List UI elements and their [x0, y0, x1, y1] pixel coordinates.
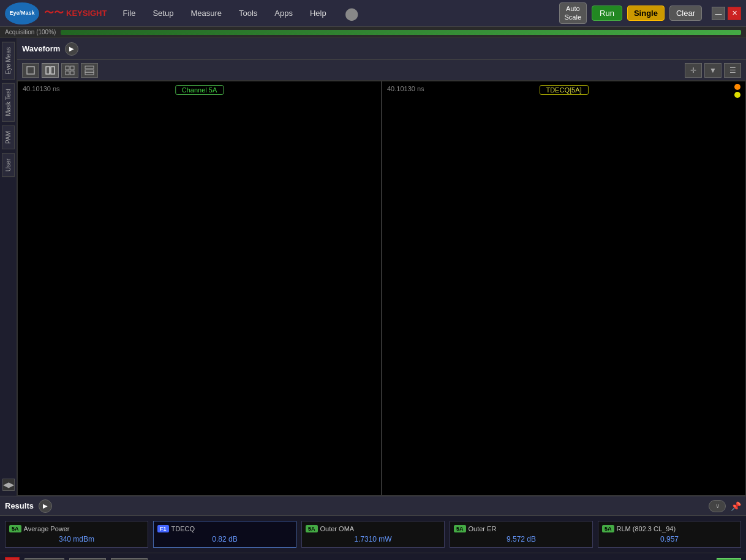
svg-rect-0 — [27, 67, 34, 74]
eye-mask-logo: Eye/Mask — [5, 2, 39, 24]
osc-indicator-right — [734, 84, 740, 98]
menu-tools[interactable]: Tools — [235, 6, 261, 20]
display-menu-btn[interactable]: ☰ — [724, 63, 741, 78]
display-crosshair-btn[interactable]: ✛ — [685, 63, 702, 78]
result-name-tdecq: TDECQ — [171, 525, 195, 532]
display-toolbar: ✛ ▼ ☰ — [17, 60, 746, 81]
osc-channel-label-right: TDECQ[5A] — [539, 85, 588, 95]
results-controls: ∨ 📌 — [709, 500, 741, 512]
display-btn-group — [22, 63, 98, 78]
display-quad-btn[interactable] — [61, 63, 78, 78]
osc-panel-right: 40.10130 ns TDECQ[5A] — [382, 81, 746, 496]
osc-time-right: 40.10130 ns — [387, 85, 424, 92]
content-area: Waveform ▶ — [17, 38, 746, 496]
menu-measure[interactable]: Measure — [187, 6, 225, 20]
sidebar-tab-pam[interactable]: PAM — [2, 125, 15, 149]
svg-rect-6 — [70, 71, 74, 75]
svg-rect-5 — [66, 71, 69, 75]
title-bar: Eye/Mask 〜〜 KEYSIGHT File Setup Measure … — [0, 0, 746, 27]
result-value-rlm: 0.957 — [602, 535, 737, 543]
svg-rect-8 — [85, 70, 94, 72]
sidebar-tab-eye-meas[interactable]: Eye Meas — [2, 42, 15, 80]
svg-rect-4 — [70, 66, 74, 70]
svg-rect-3 — [66, 66, 69, 70]
clear-button[interactable]: Clear — [669, 6, 702, 21]
result-card-rlm: 5A RLM (802.3 CL_94) 0.957 — [598, 521, 741, 548]
minimize-button[interactable]: — — [712, 7, 725, 20]
result-card-avg-power: 5A Average Power 340 mdBm — [5, 521, 148, 548]
display-dual-btn[interactable] — [42, 63, 59, 78]
title-bar-right: AutoScale Run Single Clear — ✕ — [559, 2, 741, 23]
progress-bar-area: Acquisition (100%) — [0, 27, 746, 38]
eye-diagram-left — [18, 81, 381, 495]
results-play-button[interactable]: ▶ — [39, 499, 52, 513]
display-chevron-btn[interactable]: ▼ — [704, 63, 722, 78]
keysight-icon: 〜〜 — [44, 7, 64, 20]
results-pin-button[interactable]: 📌 — [731, 501, 741, 511]
close-button[interactable]: ✕ — [728, 7, 741, 20]
result-name-outer-oma: Outer OMA — [320, 525, 355, 532]
menu-setup[interactable]: Setup — [149, 6, 177, 20]
results-label: Results — [5, 501, 34, 510]
osc-time-left: 40.10130 ns — [23, 85, 60, 92]
left-sidebar: Eye Meas Mask Test PAM User ◀▶ — [0, 38, 17, 496]
result-name-outer-er: Outer ER — [469, 525, 497, 532]
auto-scale-button[interactable]: AutoScale — [559, 2, 587, 23]
osc-displays: 40.10130 ns Channel 5A 40.10130 ns TDECQ… — [17, 81, 746, 496]
result-card-outer-er: 5A Outer ER 9.572 dB — [450, 521, 593, 548]
sidebar-collapse-arrow[interactable]: ◀▶ — [2, 479, 15, 491]
display-other-btn[interactable] — [81, 63, 98, 78]
waveform-label: Waveform — [22, 44, 60, 53]
menu-help[interactable]: Help — [306, 6, 330, 20]
result-card-tdecq: F1 TDECQ 0.82 dB — [153, 521, 296, 548]
results-header: Results ▶ ∨ 📌 — [0, 496, 746, 516]
result-badge-outer-er: 5A — [454, 525, 466, 532]
sidebar-tab-user[interactable]: User — [2, 153, 15, 177]
result-value-tdecq: 0.82 dB — [157, 535, 292, 543]
waveform-toolbar: Waveform ▶ — [17, 38, 746, 60]
result-card-outer-oma: 5A Outer OMA 1.7310 mW — [301, 521, 445, 548]
progress-fill — [61, 30, 741, 35]
sidebar-tab-mask-test[interactable]: Mask Test — [2, 83, 15, 122]
result-badge-tdecq: F1 — [157, 525, 169, 532]
keysight-logo: 〜〜 KEYSIGHT — [44, 7, 107, 20]
result-badge-avg-power: 5A — [9, 525, 21, 532]
menu-file[interactable]: File — [119, 6, 139, 20]
result-badge-rlm: 5A — [602, 525, 614, 532]
menu-apps[interactable]: Apps — [271, 6, 296, 20]
eye-diagram-right — [382, 81, 745, 495]
results-panel: Results ▶ ∨ 📌 5A Average Power 340 mdBm … — [0, 496, 746, 560]
results-grid: 5A Average Power 340 mdBm F1 TDECQ 0.82 … — [0, 516, 746, 553]
result-value-avg-power: 340 mdBm — [9, 535, 144, 543]
progress-label: Acquisition (100%) — [5, 29, 56, 35]
svg-rect-2 — [51, 67, 55, 74]
results-buttons: ✕ Details... Limits... Setup... Annotati… — [0, 553, 746, 560]
display-right-controls: ✛ ▼ ☰ — [685, 63, 741, 78]
menu-bar: File Setup Measure Tools Apps Help ⬤ — [119, 6, 559, 21]
results-x-button[interactable]: ✕ — [5, 557, 20, 560]
main-layout: Eye Meas Mask Test PAM User ◀▶ Waveform … — [0, 38, 746, 496]
result-value-outer-oma: 1.7310 mW — [306, 535, 440, 543]
result-name-rlm: RLM (802.3 CL_94) — [617, 525, 676, 532]
window-controls: — ✕ — [712, 7, 741, 20]
osc-channel-label-left: Channel 5A — [175, 85, 224, 95]
svg-rect-1 — [46, 67, 50, 74]
display-single-btn[interactable] — [22, 63, 39, 78]
result-value-outer-er: 9.572 dB — [454, 535, 589, 543]
single-button[interactable]: Single — [627, 6, 665, 21]
run-button[interactable]: Run — [592, 6, 622, 21]
osc-panel-left: 40.10130 ns Channel 5A — [17, 81, 382, 496]
waveform-play-button[interactable]: ▶ — [65, 42, 78, 56]
result-badge-outer-oma: 5A — [306, 525, 318, 532]
svg-rect-7 — [85, 66, 94, 69]
osc-dot-orange — [734, 84, 740, 90]
loading-indicator: ⬤ — [345, 6, 358, 21]
svg-rect-9 — [85, 72, 94, 75]
results-collapse-button[interactable]: ∨ — [709, 500, 726, 512]
result-name-avg-power: Average Power — [24, 525, 70, 532]
osc-dot-yellow — [734, 92, 740, 98]
